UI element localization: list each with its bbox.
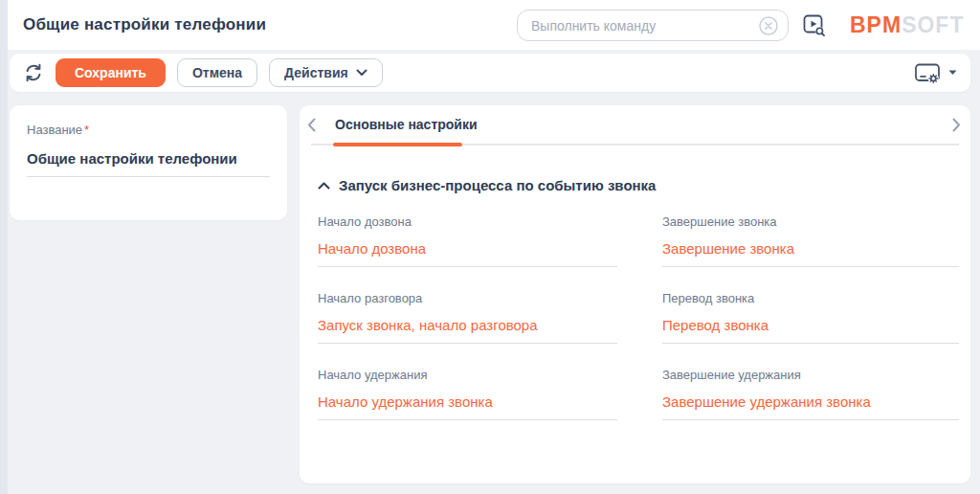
- record-card: Название* Общие настройки телефонии: [10, 105, 287, 220]
- bpmsoft-logo: BPMSOFT: [850, 0, 964, 50]
- section-call-events[interactable]: Запуск бизнес-процесса по событию звонка: [318, 176, 970, 195]
- field-call-start: Начало дозвона Начало дозвона: [318, 214, 617, 267]
- left-edge-strip: [0, 0, 8, 494]
- page-title: Общие настройки телефонии: [23, 0, 266, 50]
- refresh-icon[interactable]: [23, 62, 44, 83]
- active-tab-indicator: [333, 143, 462, 146]
- lookup-value[interactable]: Начало удержания звонка: [318, 393, 617, 420]
- chevron-down-icon: [356, 69, 368, 77]
- view-settings-icon[interactable]: [912, 60, 942, 85]
- lookup-value[interactable]: Запуск звонка, начало разговора: [318, 317, 617, 344]
- command-bar[interactable]: [517, 10, 789, 41]
- chevron-up-icon: [318, 182, 330, 190]
- actions-button[interactable]: Действия: [269, 58, 383, 87]
- tabs-row: Основные настройки: [300, 105, 970, 144]
- logo-bpm-text: BPM: [850, 12, 902, 38]
- name-field-label: Название*: [27, 123, 89, 137]
- required-marker: *: [84, 123, 89, 137]
- tab-main-settings[interactable]: Основные настройки: [335, 117, 478, 132]
- section-title: Запуск бизнес-процесса по событию звонка: [339, 176, 656, 195]
- lookup-value[interactable]: Перевод звонка: [662, 317, 959, 344]
- field-hold-start: Начало удержания Начало удержания звонка: [318, 368, 617, 420]
- main-content-card: Основные настройки Запуск бизнес-процесс…: [300, 105, 970, 483]
- view-settings-caret-icon[interactable]: [948, 70, 957, 76]
- lookup-value[interactable]: Завершение звонка: [662, 240, 959, 267]
- logo-soft-text: SOFT: [902, 12, 964, 38]
- clear-icon[interactable]: [758, 15, 779, 36]
- field-hold-end: Завершение удержания Завершение удержани…: [662, 368, 959, 420]
- tabs-next-icon[interactable]: [952, 118, 961, 132]
- lookup-value[interactable]: Завершение удержания звонка: [662, 393, 959, 420]
- toolbar: Сохранить Отмена Действия: [10, 54, 970, 92]
- cancel-button[interactable]: Отмена: [177, 58, 257, 87]
- name-field-input[interactable]: Общие настройки телефонии: [27, 150, 270, 177]
- run-process-icon[interactable]: [801, 12, 827, 38]
- fields-grid: Начало дозвона Начало дозвона Завершение…: [318, 214, 959, 420]
- lookup-value[interactable]: Начало дозвона: [318, 240, 617, 267]
- top-header: Общие настройки телефонии BPMSOFT: [8, 0, 980, 50]
- tabs-divider: [311, 144, 959, 146]
- field-call-transfer: Перевод звонка Перевод звонка: [662, 291, 959, 344]
- save-button[interactable]: Сохранить: [56, 58, 166, 87]
- command-input[interactable]: [531, 18, 758, 34]
- field-call-end: Завершение звонка Завершение звонка: [662, 214, 959, 267]
- actions-button-label: Действия: [284, 65, 348, 80]
- field-talk-start: Начало разговора Запуск звонка, начало р…: [318, 291, 617, 344]
- tabs-prev-icon[interactable]: [307, 118, 316, 132]
